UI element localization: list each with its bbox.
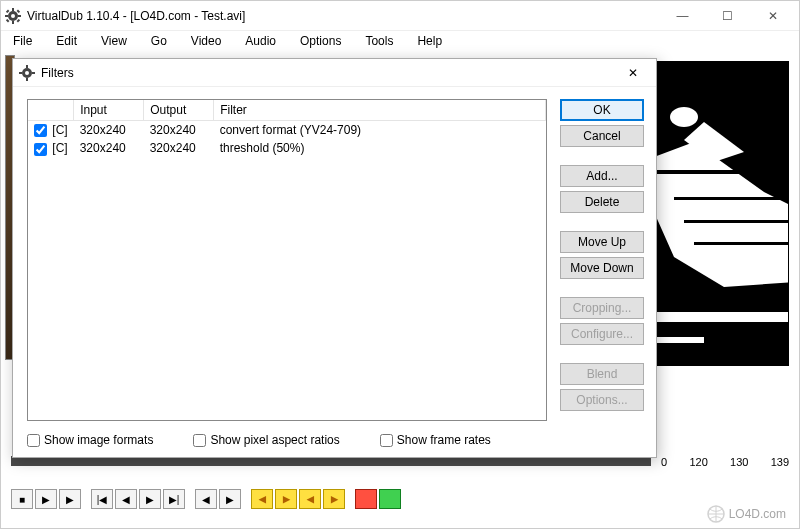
close-icon: ✕ [768,9,778,23]
stop-button[interactable]: ■ [11,489,33,509]
table-row[interactable]: [C] 320x240 320x240 threshold (50%) [28,139,546,157]
menu-file[interactable]: File [9,32,36,50]
row-check[interactable] [34,143,47,156]
minimize-button[interactable]: — [660,2,705,30]
svg-point-23 [25,71,29,75]
show-image-formats-check[interactable]: Show image formats [27,433,153,447]
cancel-button[interactable]: Cancel [560,125,644,147]
row-check[interactable] [34,124,47,137]
window-title: VirtualDub 1.10.4 - [LO4D.com - Test.avi… [27,9,660,23]
delete-button[interactable]: Delete [560,191,644,213]
menu-tools[interactable]: Tools [361,32,397,50]
svg-point-11 [670,107,698,127]
timeline-ticks: 0 120 130 139 [661,456,789,468]
dialog-title: Filters [41,66,616,80]
mark-out-button[interactable] [379,489,401,509]
menu-edit[interactable]: Edit [52,32,81,50]
dialog-bottom-options: Show image formats Show pixel aspect rat… [27,433,556,447]
svg-rect-2 [12,21,14,24]
svg-rect-14 [654,170,789,174]
tick-label: 139 [771,456,789,468]
svg-rect-1 [12,8,14,11]
prev-frame-button[interactable]: ◀ [115,489,137,509]
menu-audio[interactable]: Audio [241,32,280,50]
filter-list[interactable]: Input Output Filter [C] 320x240 320x240 … [27,99,547,421]
prev-key-button[interactable]: ◀ [195,489,217,509]
dialog-buttons: OK Cancel Add... Delete Move Up Move Dow… [560,99,644,411]
row-tag: [C] [52,123,67,137]
svg-rect-12 [654,312,789,322]
dialog-icon [19,65,35,81]
dialog-titlebar: Filters ✕ [13,59,656,87]
row-input: 320x240 [74,139,144,157]
timeline[interactable]: 0 120 130 139 [11,456,789,478]
col-enable[interactable] [28,100,74,121]
watermark-text: LO4D.com [729,507,786,521]
add-button[interactable]: Add... [560,165,644,187]
play-input-button[interactable]: ▶ [35,489,57,509]
prev-drop-button[interactable]: ◀ [251,489,273,509]
check-label: Show frame rates [397,433,491,447]
close-button[interactable]: ✕ [750,2,795,30]
cropping-button[interactable]: Cropping... [560,297,644,319]
menubar: File Edit View Go Video Audio Options To… [1,31,799,51]
prev-range-button[interactable]: ◀ [299,489,321,509]
show-aspect-ratios-check[interactable]: Show pixel aspect ratios [193,433,339,447]
ok-button[interactable]: OK [560,99,644,121]
svg-rect-15 [674,197,789,200]
tick-label: 130 [730,456,748,468]
configure-button[interactable]: Configure... [560,323,644,345]
window-buttons: — ☐ ✕ [660,2,795,30]
svg-rect-4 [18,15,21,17]
menu-video[interactable]: Video [187,32,225,50]
svg-rect-19 [26,65,28,68]
tick-label: 120 [689,456,707,468]
app-icon [5,8,21,24]
check-label: Show image formats [44,433,153,447]
blend-button[interactable]: Blend [560,363,644,385]
globe-icon [707,505,725,523]
options-button[interactable]: Options... [560,389,644,411]
col-filter[interactable]: Filter [214,100,546,121]
check-label: Show pixel aspect ratios [210,433,339,447]
forward-end-button[interactable]: ▶| [163,489,185,509]
row-filter: convert format (YV24-709) [214,121,546,140]
mark-in-button[interactable] [355,489,377,509]
menu-go[interactable]: Go [147,32,171,50]
menu-options[interactable]: Options [296,32,345,50]
next-key-button[interactable]: ▶ [219,489,241,509]
svg-rect-22 [32,72,35,74]
dialog-close-button[interactable]: ✕ [616,61,650,85]
row-output: 320x240 [144,121,214,140]
rewind-button[interactable]: |◀ [91,489,113,509]
table-row[interactable]: [C] 320x240 320x240 convert format (YV24… [28,121,546,140]
checkbox[interactable] [27,434,40,447]
svg-rect-3 [5,15,8,17]
preview-output-pane [653,61,789,366]
checkbox[interactable] [380,434,393,447]
col-output[interactable]: Output [144,100,214,121]
svg-rect-7 [6,18,10,22]
filter-table: Input Output Filter [C] 320x240 320x240 … [28,100,546,158]
svg-rect-21 [19,72,22,74]
next-frame-button[interactable]: ▶ [139,489,161,509]
menu-view[interactable]: View [97,32,131,50]
move-down-button[interactable]: Move Down [560,257,644,279]
row-tag: [C] [52,141,67,155]
next-range-button[interactable]: ▶ [323,489,345,509]
checkbox[interactable] [193,434,206,447]
maximize-button[interactable]: ☐ [705,2,750,30]
transport-toolbar: ■ ▶ ▶ |◀ ◀ ▶ ▶| ◀ ▶ ◀ ▶ ◀ ▶ [11,488,789,510]
next-drop-button[interactable]: ▶ [275,489,297,509]
play-output-button[interactable]: ▶ [59,489,81,509]
move-up-button[interactable]: Move Up [560,231,644,253]
row-filter: threshold (50%) [214,139,546,157]
show-frame-rates-check[interactable]: Show frame rates [380,433,491,447]
svg-rect-17 [694,242,789,245]
dialog-body: Input Output Filter [C] 320x240 320x240 … [13,87,656,457]
svg-rect-5 [6,9,10,13]
menu-help[interactable]: Help [413,32,446,50]
titlebar: VirtualDub 1.10.4 - [LO4D.com - Test.avi… [1,1,799,31]
col-input[interactable]: Input [74,100,144,121]
watermark: LO4D.com [707,505,786,523]
